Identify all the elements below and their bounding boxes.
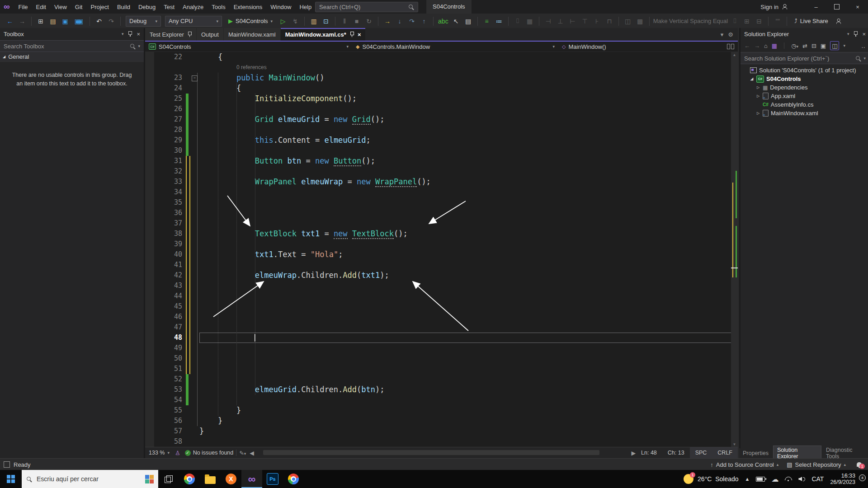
fold-margin[interactable] (190, 177, 199, 187)
code-line[interactable]: 45 (145, 301, 738, 312)
fold-margin[interactable] (190, 166, 199, 177)
breakpoint-margin[interactable] (145, 73, 155, 83)
code-text[interactable] (199, 364, 738, 374)
sync-with-active-document-icon[interactable]: ◫ (830, 41, 839, 50)
align-centers-icon[interactable]: ⊥ (555, 16, 566, 27)
line-number[interactable]: 26 (155, 104, 185, 114)
code-line[interactable]: 40 txt1.Text = "Hola"; (145, 249, 738, 260)
code-text[interactable] (199, 395, 738, 405)
fold-margin[interactable] (190, 104, 199, 114)
step-out-icon[interactable]: ↑ (419, 16, 429, 27)
zoom-select[interactable]: 133 % ▾ (145, 450, 173, 456)
menu-build[interactable]: Build (113, 0, 134, 14)
breakpoint-margin[interactable] (145, 94, 155, 104)
close-button[interactable]: × (847, 0, 868, 14)
taskbar-app-photoshop[interactable]: Ps (262, 470, 283, 488)
wifi-icon[interactable] (785, 477, 792, 482)
align-rights-icon[interactable]: ⊢ (567, 16, 578, 27)
sign-in-button[interactable]: Sign in (760, 4, 788, 10)
fold-margin[interactable] (190, 364, 199, 374)
code-line[interactable]: 43 (145, 281, 738, 291)
breakpoint-margin[interactable] (145, 187, 155, 197)
code-line[interactable]: 49 (145, 343, 738, 353)
code-text[interactable]: Grid elmeuGrid = new Grid(); (199, 114, 738, 125)
code-text[interactable] (199, 104, 738, 114)
breakpoint-margin[interactable] (145, 197, 155, 208)
breakpoint-margin[interactable] (145, 291, 155, 301)
breakpoint-margin[interactable] (145, 229, 155, 239)
format-doc-icon[interactable]: ≔ (494, 16, 505, 27)
code-line[interactable]: 58 (145, 436, 738, 447)
code-text[interactable] (199, 166, 738, 177)
line-number[interactable]: 25 (155, 94, 185, 104)
preview-icon[interactable]: ⊡ (321, 16, 331, 27)
line-number[interactable]: 56 (155, 416, 185, 426)
fold-margin[interactable] (190, 416, 199, 426)
breakpoint-margin[interactable] (145, 322, 155, 333)
line-number[interactable]: 23 (155, 73, 185, 83)
breakpoint-margin[interactable] (145, 301, 155, 312)
select-repository-button[interactable]: ▤ Select Repository ▴ (787, 461, 846, 468)
code-text[interactable] (199, 343, 738, 353)
menu-file[interactable]: File (14, 0, 32, 14)
fold-margin[interactable] (190, 229, 199, 239)
chevron-down-icon[interactable]: ▾ (843, 43, 845, 48)
collapse-arrow-icon[interactable]: ◢ (750, 77, 754, 81)
breakpoint-margin[interactable] (145, 166, 155, 177)
menu-git[interactable]: Git (71, 0, 87, 14)
expand-arrow-icon[interactable]: ▷ (756, 94, 760, 98)
expand-arrow-icon[interactable]: ▷ (756, 85, 760, 89)
pin-icon[interactable] (128, 31, 132, 37)
breakpoint-margin[interactable] (145, 364, 155, 374)
tree-item-s04controls[interactable]: ◢C#S04Controls (741, 75, 868, 83)
breakpoint-margin[interactable] (145, 270, 155, 281)
codelens-references[interactable]: 0 references (236, 64, 267, 71)
fold-margin[interactable]: − (190, 73, 199, 83)
toolbox-search-input[interactable]: Search Toolbox ▾ (0, 40, 144, 52)
code-line[interactable]: 34 (145, 187, 738, 197)
code-line[interactable]: 30 (145, 145, 738, 156)
menu-test[interactable]: Test (160, 0, 179, 14)
code-line[interactable]: 24 { (145, 83, 738, 94)
code-line[interactable]: 31 Button btn = new Button(); (145, 156, 738, 166)
align-tops-icon[interactable]: ⊤ (580, 16, 590, 27)
line-number[interactable]: 47 (155, 322, 185, 333)
home-icon[interactable]: ⌂ (764, 42, 768, 49)
code-text[interactable]: TextBlock txt1 = new TextBlock(); (199, 229, 738, 239)
redo-icon[interactable]: ↷ (106, 16, 117, 27)
onedrive-cloud-icon[interactable]: ☁ (771, 475, 778, 483)
breakpoint-margin[interactable] (145, 395, 155, 405)
line-number[interactable]: 28 (155, 125, 185, 135)
taskbar-app-file-explorer[interactable] (200, 470, 221, 488)
fold-margin[interactable] (190, 187, 199, 197)
code-line[interactable]: 42 elmeuWrap.Children.Add(txt1); (145, 270, 738, 281)
code-line[interactable]: 41 (145, 260, 738, 270)
code-text[interactable]: } (199, 426, 738, 436)
code-line[interactable]: 55 } (145, 405, 738, 416)
breakpoint-margin[interactable] (145, 239, 155, 249)
spaces-indicator[interactable]: SPC (690, 447, 712, 458)
select-element-icon[interactable]: ↖ (451, 16, 462, 27)
solution-search-input[interactable]: Search Solution Explorer (Ctrl+`) ▾ (741, 52, 868, 64)
fold-margin[interactable] (190, 322, 199, 333)
line-number[interactable]: 44 (155, 291, 185, 301)
tree-item-solution-s04controls-1-of-1-project-[interactable]: Solution 'S04Controls' (1 of 1 project) (741, 66, 868, 75)
menu-edit[interactable]: Edit (32, 0, 50, 14)
fold-margin[interactable] (190, 436, 199, 447)
expand-arrow-icon[interactable]: ▷ (756, 111, 760, 115)
close-icon[interactable]: × (137, 31, 140, 38)
code-line[interactable]: 33 WrapPanel elmeuWrap = new WrapPanel()… (145, 177, 738, 187)
code-line[interactable]: 48 (145, 333, 738, 343)
line-number[interactable]: 50 (155, 353, 185, 364)
same-width-icon[interactable]: ◫ (623, 16, 633, 27)
code-line[interactable]: 23− public MainWindow() (145, 73, 738, 83)
code-line[interactable]: 47 (145, 322, 738, 333)
code-line[interactable]: 25 InitializeComponent(); (145, 94, 738, 104)
code-line[interactable]: 52 (145, 374, 738, 385)
code-line[interactable]: 56 } (145, 416, 738, 426)
back-icon[interactable]: ← (744, 42, 750, 49)
fold-margin[interactable] (190, 281, 199, 291)
breakpoint-margin[interactable] (145, 281, 155, 291)
restart-icon[interactable]: ↻ (363, 16, 374, 27)
breakpoint-margin[interactable] (145, 260, 155, 270)
